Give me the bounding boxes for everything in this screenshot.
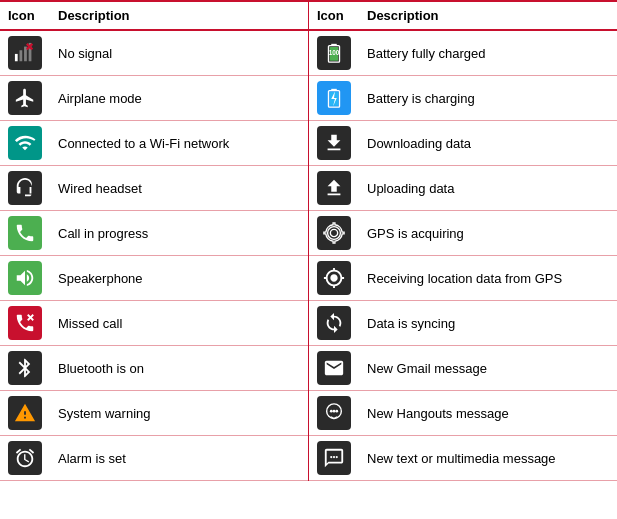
icon-cell [0,166,50,211]
svg-point-23 [336,456,338,458]
speakerphone-icon [8,261,42,295]
no-signal-icon [8,36,42,70]
airplane-mode-desc: Airplane mode [50,76,308,121]
svg-rect-9 [331,44,337,46]
speakerphone-desc: Speakerphone [50,256,308,301]
system-warning-icon [8,396,42,430]
no-signal-desc: No signal [50,30,308,76]
uploading-icon [317,171,351,205]
table-row: Uploading data [309,166,617,211]
svg-point-20 [335,410,338,413]
svg-point-19 [333,410,336,413]
gps-acquiring-icon [317,216,351,250]
right-header-icon: Icon [309,1,359,30]
svg-text:100: 100 [329,49,340,56]
downloading-desc: Downloading data [359,121,617,166]
gps-active-desc: Receiving location data from GPS [359,256,617,301]
svg-point-18 [330,410,333,413]
table-row: 100 Battery fully charged [309,30,617,76]
table-row: System warning [0,391,308,436]
icon-cell: 100 [309,30,359,76]
icon-cell [0,391,50,436]
table-row: New Hangouts message [309,391,617,436]
icon-cell [309,301,359,346]
missed-call-icon [8,306,42,340]
icon-cell [309,121,359,166]
table-row: No signal [0,30,308,76]
wifi-desc: Connected to a Wi-Fi network [50,121,308,166]
svg-point-21 [330,456,332,458]
wired-headset-icon [8,171,42,205]
table-row: Speakerphone [0,256,308,301]
battery-charging-icon [317,81,351,115]
gmail-desc: New Gmail message [359,346,617,391]
table-row: Downloading data [309,121,617,166]
icon-cell [0,121,50,166]
alarm-icon [8,441,42,475]
svg-point-22 [333,456,335,458]
icon-cell [0,256,50,301]
icon-cell [0,30,50,76]
table-row: Airplane mode [0,76,308,121]
left-header-desc: Description [50,1,308,30]
call-progress-desc: Call in progress [50,211,308,256]
table-row: Wired headset [0,166,308,211]
svg-rect-13 [331,89,337,91]
wifi-icon [8,126,42,160]
table-row: Battery is charging [309,76,617,121]
hangouts-desc: New Hangouts message [359,391,617,436]
system-warning-desc: System warning [50,391,308,436]
table-row: Bluetooth is on [0,346,308,391]
downloading-icon [317,126,351,160]
icon-cell [0,436,50,481]
right-table: Icon Description 100 Battery [309,0,617,481]
syncing-icon [317,306,351,340]
svg-point-16 [331,275,337,281]
table-row: New Gmail message [309,346,617,391]
gps-active-icon [317,261,351,295]
table-row: Call in progress [0,211,308,256]
table-row: GPS is acquiring [309,211,617,256]
alarm-desc: Alarm is set [50,436,308,481]
bluetooth-desc: Bluetooth is on [50,346,308,391]
icon-cell [309,436,359,481]
table-row: Missed call [0,301,308,346]
icon-cell [0,211,50,256]
main-container: Icon Description [0,0,617,481]
battery-full-icon: 100 [317,36,351,70]
table-row: Data is syncing [309,301,617,346]
wired-headset-desc: Wired headset [50,166,308,211]
gps-acquiring-desc: GPS is acquiring [359,211,617,256]
icon-cell [309,346,359,391]
battery-charging-desc: Battery is charging [359,76,617,121]
svg-rect-1 [20,50,23,61]
gmail-icon [317,351,351,385]
table-row: Connected to a Wi-Fi network [0,121,308,166]
text-message-desc: New text or multimedia message [359,436,617,481]
hangouts-icon [317,396,351,430]
text-message-icon [317,441,351,475]
call-progress-icon [8,216,42,250]
icon-cell [0,301,50,346]
left-table: Icon Description [0,0,308,481]
icon-cell [309,391,359,436]
icon-cell [309,211,359,256]
bluetooth-icon [8,351,42,385]
icon-cell [0,346,50,391]
svg-rect-0 [15,54,18,61]
icon-cell [0,76,50,121]
table-row: Alarm is set [0,436,308,481]
syncing-desc: Data is syncing [359,301,617,346]
right-header-desc: Description [359,1,617,30]
battery-full-desc: Battery fully charged [359,30,617,76]
table-row: Receiving location data from GPS [309,256,617,301]
icon-cell [309,256,359,301]
left-header-icon: Icon [0,1,50,30]
airplane-mode-icon [8,81,42,115]
missed-call-desc: Missed call [50,301,308,346]
table-row: New text or multimedia message [309,436,617,481]
icon-cell [309,166,359,211]
uploading-desc: Uploading data [359,166,617,211]
icon-cell [309,76,359,121]
